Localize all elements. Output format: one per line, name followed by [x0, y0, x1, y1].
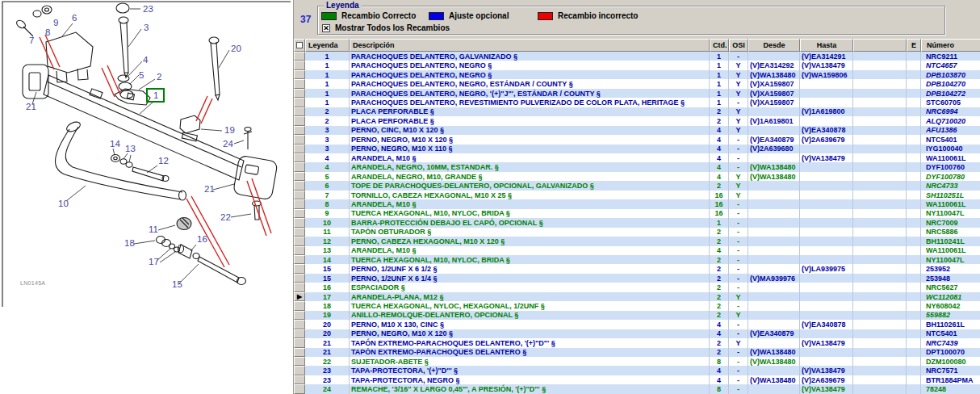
table-row[interactable]: 1PARACHOQUES DELANTERO, NEGRO, '(+)"J"',…	[294, 89, 980, 98]
row-selector[interactable]	[294, 246, 305, 255]
table-row[interactable]: 21TAPÓN EXTREMO-PARACHOQUES DELANTERO, '…	[294, 338, 980, 347]
callout-24[interactable]: 24	[223, 139, 233, 149]
table-row[interactable]: 1PARACHOQUES DELANTERO, NEGRO, ESTÁNDAR …	[294, 79, 980, 88]
table-row[interactable]: 20PERNO, NEGRO, M10 X 120 §4-(V)EA340879…	[294, 329, 980, 338]
callout-11[interactable]: 11	[149, 224, 158, 234]
row-selector[interactable]	[294, 145, 305, 153]
callout-numbers[interactable]: 2332069874521211924141312211011181716152…	[26, 4, 241, 289]
callout-4[interactable]: 4	[143, 55, 149, 65]
callout-18[interactable]: 18	[124, 238, 135, 248]
callout-23[interactable]: 23	[143, 4, 153, 14]
table-row[interactable]: 1PARACHOQUES DELANTERO, NEGRO §1Y(V)EA31…	[294, 61, 980, 69]
callout-20[interactable]: 20	[231, 44, 241, 53]
callout-16[interactable]: 16	[197, 234, 207, 244]
table-row[interactable]: 15PERNO, 1/2UNF X 6 1/2 §2-(V)LA93997525…	[294, 264, 980, 273]
table-row[interactable]: 18TUERCA HEXAGONAL, NYLOC, HEXAGONAL, 1/…	[294, 301, 980, 310]
table-row[interactable]: 3PERNO, NEGRO, M10 X 110 §4-(V)2A639680I…	[294, 145, 980, 153]
parts-diagram[interactable]: 2332069874521211924141312211011181716152…	[0, 0, 293, 394]
row-selector[interactable]	[294, 237, 305, 245]
row-selector[interactable]	[294, 375, 305, 384]
column-header-descripci-n[interactable]: Descripción	[350, 39, 710, 52]
callout-10[interactable]: 10	[58, 199, 69, 208]
table-row[interactable]: 2PLACA PERFORABLE §2Y(V)1A619800NRC6994	[294, 107, 980, 116]
table-row[interactable]: 10BARRA-PROTECCIÓN DEBAJO EL CAPÓ, OPCIO…	[294, 218, 980, 227]
callout-5[interactable]: 5	[139, 70, 144, 80]
table-row[interactable]: 7TORNILLO, CABEZA HEXAGONAL, M10 X 25 §1…	[294, 191, 980, 199]
row-selector[interactable]	[294, 348, 305, 357]
row-selector[interactable]	[294, 107, 305, 116]
row-selector[interactable]	[294, 191, 305, 199]
callout-14[interactable]: 14	[110, 139, 120, 149]
table-row[interactable]: 1PARACHOQUES DELANTERO, REVESTIMIENTO PU…	[294, 98, 980, 107]
callout-2[interactable]: 2	[157, 72, 161, 82]
table-row[interactable]: 12PERNO, CABEZA HEXAGONAL, M10 X 120 §2-…	[294, 237, 980, 245]
row-selector[interactable]	[294, 384, 305, 393]
callout-9[interactable]: 9	[53, 18, 58, 27]
table-row[interactable]: 22SUJETADOR-ABETE §8-(V)WA138480DZM10008…	[294, 357, 980, 366]
table-row[interactable]: 6TOPE DE PARACHOQUES-DELANTERO, OPCIONAL…	[294, 181, 980, 190]
table-row[interactable]: 9TUERCA HEXAGONAL, M10, NYLOC, BRIDA §16…	[294, 209, 980, 218]
row-selector[interactable]	[294, 320, 305, 329]
show-all-parts-checkbox[interactable]: ✕	[322, 24, 330, 32]
table-row[interactable]: 3PERNO, CINC, M10 X 120 §4Y(V)EA340878AF…	[294, 126, 980, 135]
callout-13[interactable]: 13	[125, 144, 136, 153]
row-selector[interactable]	[294, 218, 305, 227]
callout-21[interactable]: 21	[26, 102, 36, 111]
table-row[interactable]: 19ANILLO-REMOLQUE-DELANTERO, OPCIONAL §2…	[294, 311, 980, 320]
row-selector[interactable]	[294, 228, 305, 237]
row-selector[interactable]	[294, 89, 305, 98]
row-selector[interactable]	[294, 301, 305, 310]
row-selector[interactable]	[294, 264, 305, 273]
table-row[interactable]: 3PERNO, NEGRO, M10 X 120 §4-(V)EA340879(…	[294, 135, 980, 144]
callout-7[interactable]: 7	[29, 36, 34, 45]
table-row[interactable]: 4ARANDELA, NEGRO, 10MM, ESTANDAR. §4-(V)…	[294, 162, 980, 171]
row-selector[interactable]	[294, 209, 305, 218]
table-row[interactable]: 23TAPA-PROTECTORA, '(+)"D"' §4-(V)VA1384…	[294, 366, 980, 375]
row-selector[interactable]	[294, 283, 305, 291]
table-row[interactable]: 1PARACHOQUES DELANTERO, GALVANIZADO §1-(…	[294, 52, 980, 61]
row-selector[interactable]	[294, 70, 305, 79]
column-header-n-mero[interactable]: Número	[921, 39, 980, 52]
table-row[interactable]: 8ARANDELA, M10 §16-WA110061L	[294, 199, 980, 208]
row-selector[interactable]	[294, 199, 305, 208]
table-row[interactable]: 2PLACA PERFORABLE §2Y(V)1A619801ALQ71002…	[294, 116, 980, 125]
table-row[interactable]: 1PARACHOQUES DELANTERO, NEGRO §1Y(V)WA13…	[294, 70, 980, 79]
column-header-desde[interactable]: Desde	[748, 39, 800, 52]
callout-17[interactable]: 17	[149, 257, 159, 266]
callout-8[interactable]: 8	[45, 27, 50, 37]
column-header-ctd-[interactable]: Ctd.	[710, 39, 729, 52]
table-row[interactable]: 15PERNO, 1/2UNF X 6 1/4 §2-(V)MA93997625…	[294, 274, 980, 283]
callout-6[interactable]: 6	[72, 13, 77, 23]
callout-3[interactable]: 3	[144, 23, 149, 32]
row-selector[interactable]	[294, 116, 305, 125]
table-row[interactable]: 13ARANDELA, M10 §4-WA110061L	[294, 246, 980, 255]
row-selector[interactable]	[294, 311, 305, 320]
table-row[interactable]: 20PERNO, M10 X 130, CINC §4-(V)EA340878B…	[294, 320, 980, 329]
callout-19[interactable]: 19	[224, 125, 235, 135]
row-selector[interactable]	[294, 153, 305, 162]
row-selector[interactable]	[294, 126, 305, 135]
row-selector[interactable]	[294, 181, 305, 190]
column-header-leyenda[interactable]: Leyenda	[305, 39, 350, 52]
table-row[interactable]: 16ESPACIADOR §2-NRC5627	[294, 283, 980, 291]
callout-12[interactable]: 12	[158, 156, 169, 166]
table-row[interactable]: 21TAPÓN EXTREMO-PARACHOQUES DELANTERO §2…	[294, 348, 980, 357]
column-header-osi[interactable]: OSI	[729, 39, 748, 52]
callout-21[interactable]: 21	[204, 184, 215, 194]
row-selector[interactable]	[294, 98, 305, 107]
table-row[interactable]: 5ARANDELA, NEGRO, M10, GRANDE §4Y(V)WA13…	[294, 172, 980, 181]
row-selector[interactable]	[294, 255, 305, 264]
table-row[interactable]: 23TAPA-PROTECTORA, NEGRO §4-(V)WA138480(…	[294, 375, 980, 384]
table-row[interactable]: 24REMACHE, '3/16" X LARGO 0,45"', A PRES…	[294, 384, 980, 393]
callout-15[interactable]: 15	[172, 279, 182, 289]
table-row[interactable]: 4ARANDELA, M10 §4-(V)VA138479WA110061L	[294, 153, 980, 162]
row-selector[interactable]	[294, 357, 305, 366]
column-header-e[interactable]: E	[907, 39, 921, 52]
select-all-header-cell[interactable]	[294, 39, 305, 52]
column-header-hasta[interactable]: Hasta	[800, 39, 853, 52]
current-row-selector[interactable]: ▶	[294, 292, 305, 301]
callout-1[interactable]: 1	[153, 90, 158, 100]
row-selector[interactable]	[294, 366, 305, 375]
table-row[interactable]: 14TUERCA HEXAGONAL, M10, NYLOC, BRIDA §2…	[294, 255, 980, 264]
table-row[interactable]: ▶17ARANDELA-PLANA, M12 §2YWC112081	[294, 292, 980, 301]
